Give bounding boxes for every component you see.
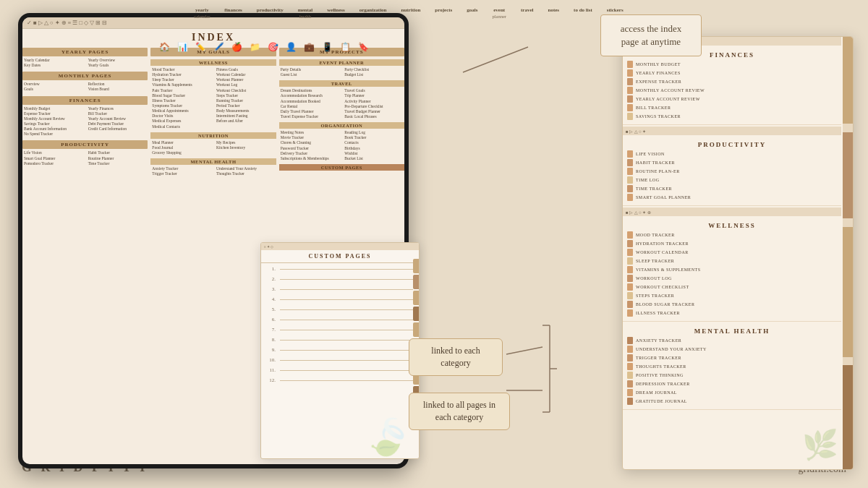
brief-icon[interactable]: 💼	[304, 42, 315, 53]
finances-item-expense[interactable]: EXPENSE TRACKER	[627, 78, 837, 85]
organization-subheader: ORGANIZATION	[279, 122, 404, 129]
finances-item-yearly[interactable]: YEARLY FINANCES	[627, 69, 837, 77]
side-tab-productivity[interactable]	[843, 132, 853, 219]
finances-item-bill[interactable]: BILL TRACKER	[627, 104, 837, 111]
nav-projects[interactable]: projects	[435, 7, 452, 19]
custom-pages-title: CUSTOM PAGES	[261, 250, 419, 263]
home-icon[interactable]: 🏠	[159, 42, 170, 53]
list-icon[interactable]: 📋	[340, 42, 351, 53]
custom-line-7: 7.	[267, 327, 413, 333]
finances-item-yearly-review[interactable]: YEARLY ACCOUNT REVIEW	[627, 95, 837, 103]
custom-line-4: 4.	[267, 296, 413, 302]
apple-icon[interactable]: 🍎	[231, 42, 242, 53]
finances-item-monthly-review[interactable]: MONTHLY ACCOUNT REVIEW	[627, 87, 837, 94]
custom-line-3: 3.	[267, 286, 413, 292]
well-item-mood[interactable]: MOOD TRACKER	[627, 231, 837, 239]
side-tab-finances[interactable]	[843, 37, 853, 124]
nutrition-subheader: NUTRITION	[150, 132, 276, 139]
pen-icon[interactable]: 🖊️	[213, 42, 224, 53]
pencil-icon[interactable]: ✏️	[195, 42, 206, 53]
nav-productivity[interactable]: productivity	[257, 7, 284, 19]
travel-subheader: TRAVEL	[279, 80, 404, 87]
right-productivity-title: PRODUCTIVITY	[627, 141, 837, 148]
tablet-right: ■ ▷ △ ○ ✦ ⊕ ≡ FINANCES MONTHLY BUDGET YE…	[622, 36, 854, 470]
event-planner-subheader: EVENT PLANNER	[279, 59, 404, 66]
custom-line-10: 10.	[267, 357, 413, 363]
mental-item-dream[interactable]: DREAM JOURNAL	[627, 389, 837, 396]
well-item-hydration[interactable]: HYDRATION TRACKER	[627, 240, 837, 247]
svg-line-1	[506, 347, 542, 354]
nav-finances[interactable]: finances	[224, 7, 242, 19]
tablet-icon[interactable]: 📱	[322, 42, 333, 53]
right-mid-bar2: ■ ▷ △ ○ ✦ ⊕	[623, 207, 841, 216]
tablet-icon-nav: 🏠 📊 ✏️ 🖊️ 🍎 📁 🎯 👤 💼 📱 📋 🔖	[159, 42, 369, 53]
mental-item-thoughts[interactable]: THOUGHTS TRACKER	[627, 363, 837, 370]
well-item-blood-sugar[interactable]: BLOOD SUGAR TRACKER	[627, 301, 837, 308]
doc-header-bar: ≡ ✦ ◇	[261, 243, 419, 250]
side-tab-mental[interactable]	[843, 365, 853, 469]
prod-item-routine[interactable]: ROUTINE PLAN-ER	[627, 168, 837, 175]
doc-tab-1	[413, 259, 419, 273]
finances-item-monthly-budget[interactable]: MONTHLY BUDGET	[627, 61, 837, 68]
prod-item-time-log[interactable]: TIME LOG	[627, 176, 837, 184]
custom-line-8: 8.	[267, 337, 413, 343]
yearly-item: Yearly Overview	[87, 58, 148, 63]
custom-line-6: 6.	[267, 317, 413, 322]
doc-tab-5	[413, 322, 419, 337]
nav-wellness[interactable]: wellness	[327, 7, 345, 19]
side-tab-gap1	[843, 124, 853, 132]
well-item-illness[interactable]: ILLNESS TRACKER	[627, 309, 837, 317]
right-wellness-title: WELLNESS	[627, 222, 837, 229]
folder-icon[interactable]: 📁	[250, 42, 260, 53]
wellness-subheader: WELLNESS	[150, 59, 276, 66]
side-tab-gap2	[843, 218, 853, 227]
target-icon[interactable]: 🎯	[268, 42, 278, 53]
bookmark-icon[interactable]: 🔖	[358, 42, 369, 53]
side-tab-gap3	[843, 357, 853, 366]
mental-item-positive[interactable]: POSITIVE THINKING	[627, 372, 837, 379]
nav-event-planner[interactable]: event planner	[493, 7, 507, 19]
calendar-icon[interactable]: 📊	[177, 42, 188, 53]
custom-pages-lines: 1. 2. 3. 4. 5. 6. 7. 8.	[261, 263, 419, 390]
nav-goals[interactable]: goals	[467, 7, 477, 19]
well-item-sleep[interactable]: SLEEP TRACKER	[627, 257, 837, 265]
prod-item-time-tracker[interactable]: TIME TRACKER	[627, 185, 837, 192]
mental-item-trigger[interactable]: TRIGGER TRACKER	[627, 354, 837, 361]
nav-todo[interactable]: to do list	[574, 7, 592, 19]
well-item-checklist[interactable]: WORKOUT CHECKLIST	[627, 283, 837, 291]
mental-item-gratitude[interactable]: GRATITUDE JOURNAL	[627, 398, 837, 405]
tooltip-index-page: access the index page at anytime	[600, 14, 702, 56]
nav-nutrition[interactable]: nutrition	[401, 7, 421, 19]
right-wellness-section: WELLNESS MOOD TRACKER HYDRATION TRACKER …	[623, 216, 841, 322]
people-icon[interactable]: 👤	[286, 42, 297, 53]
well-item-vitamins[interactable]: VITAMINS & SUPPLEMENTS	[627, 266, 837, 273]
well-item-workout-log[interactable]: WORKOUT LOG	[627, 275, 837, 282]
prod-item-life-vision[interactable]: LIFE VISION	[627, 150, 837, 158]
nav-notes[interactable]: notes	[548, 7, 560, 19]
prod-item-smart-goal[interactable]: SMART GOAL PLANNER	[627, 194, 837, 201]
custom-line-2: 2.	[267, 276, 413, 282]
callout-linked-category: linked to each category	[409, 338, 503, 376]
right-mental-title: MENTAL HEALTH	[627, 328, 837, 335]
custom-line-9: 9.	[267, 347, 413, 353]
prod-item-habit[interactable]: HABIT TRACKER	[627, 159, 837, 166]
finances-header: FINANCES	[22, 96, 148, 105]
well-item-steps[interactable]: STEPS TRACKER	[627, 292, 837, 299]
custom-line-11: 11.	[267, 367, 413, 373]
doc-tab-3	[413, 291, 419, 305]
side-tab-wellness[interactable]	[843, 227, 853, 356]
right-mental-section: MENTAL HEALTH ANXIETY TRACKER UNDERSTAND…	[623, 322, 841, 410]
index-col-1: YEARLY PAGES Yearly Calendar Yearly Over…	[22, 48, 148, 464]
mental-item-understand[interactable]: UNDERSTAND YOUR ANXIETY	[627, 346, 837, 353]
nav-yearly[interactable]: yearly calendar	[194, 7, 210, 19]
custom-pages-mini-header: CUSTOM PAGES	[279, 164, 404, 171]
mental-item-depression[interactable]: DEPRESSION TRACKER	[627, 380, 837, 388]
nav-travel[interactable]: travel	[521, 7, 534, 19]
nav-mental-health[interactable]: mental health	[298, 7, 313, 19]
finances-item-savings[interactable]: SAVINGS TRACKER	[627, 113, 837, 120]
mental-item-anxiety[interactable]: ANXIETY TRACKER	[627, 337, 837, 344]
nav-organization[interactable]: organization	[359, 7, 387, 19]
well-item-workout-cal[interactable]: WORKOUT CALENDAR	[627, 249, 837, 256]
custom-line-5: 5.	[267, 307, 413, 312]
right-panel-content: ■ ▷ △ ○ ✦ ⊕ ≡ FINANCES MONTHLY BUDGET YE…	[623, 37, 853, 469]
